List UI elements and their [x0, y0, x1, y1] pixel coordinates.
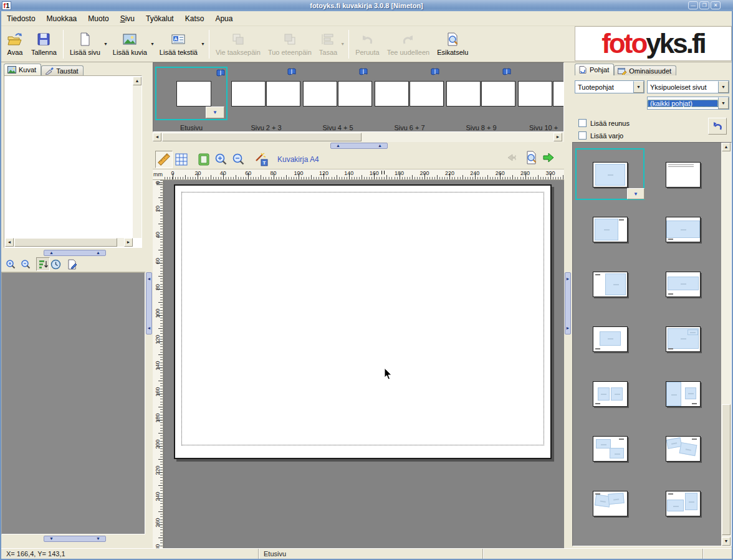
menu-tiedosto[interactable]: Tiedosto — [1, 12, 41, 25]
template-source-select[interactable]: Tuotepohjat ▼ — [575, 80, 644, 93]
image-list-vscrollbar[interactable]: ▲ — [133, 77, 141, 238]
save-button[interactable]: Tallenna — [27, 30, 60, 58]
ruler-toggle-button[interactable] — [155, 151, 173, 168]
v-ruler-tick-140: 140 — [155, 361, 161, 371]
menu-katso[interactable]: Katso — [180, 12, 210, 25]
hscroll-thumb[interactable] — [14, 238, 117, 247]
strip-page-10[interactable]: Sivu 10 + — [518, 63, 564, 132]
tab-kuvat[interactable]: Kuvat — [4, 64, 41, 75]
minimize-button[interactable]: — — [688, 1, 698, 9]
add-border-checkbox[interactable] — [578, 119, 587, 127]
canvas-viewport[interactable] — [163, 180, 564, 548]
add-images-dropdown-arrow[interactable]: ▼ — [149, 42, 156, 46]
add-border-option[interactable]: Lisää reunus — [578, 119, 630, 127]
template-thumbnail-3[interactable] — [593, 217, 628, 242]
wizard-button[interactable]: T — [252, 151, 270, 168]
template-thumbnail-12[interactable] — [666, 436, 701, 462]
book-page[interactable] — [174, 184, 552, 459]
left-panel-splitter-top[interactable]: ▲▲ — [44, 250, 106, 256]
tab-ominaisuudet[interactable]: Ominaisuudet — [614, 65, 676, 75]
page-type-select[interactable]: Yksipuoleiset sivut ▼ — [647, 80, 729, 93]
history-button[interactable] — [49, 257, 62, 271]
grid-toggle-button[interactable] — [173, 151, 190, 168]
left-collapse-handle[interactable]: ◄◄ — [146, 272, 152, 335]
template-thumbnail-14[interactable] — [666, 491, 701, 516]
thumb-zoom-out-button[interactable] — [19, 257, 32, 271]
strip-template-dropdown[interactable]: ▼ — [206, 107, 224, 118]
chevron-down-icon[interactable]: ▼ — [633, 81, 644, 93]
scroll-up-arrow[interactable]: ▲ — [722, 143, 731, 151]
next-page-arrow-button[interactable] — [542, 151, 555, 164]
image-list-hscrollbar[interactable]: ◄ ► — [5, 238, 133, 247]
template-scroll-thumb[interactable] — [722, 404, 731, 535]
strip-page-etusivu[interactable]: ▼ Etusivu — [155, 63, 228, 132]
strip-page-label: Sivu 10 + — [518, 124, 564, 131]
zoom-out-button[interactable] — [230, 151, 247, 168]
thumb-zoom-in-button[interactable] — [4, 257, 17, 271]
template-thumbnail-5[interactable] — [593, 272, 628, 297]
menu-työkalut[interactable]: Työkalut — [140, 12, 180, 25]
menu-bar: TiedostoMuokkaaMuotoSivuTyökalutKatsoApu… — [1, 11, 732, 26]
tab-pohjat[interactable]: Pohjat — [575, 64, 614, 75]
v-ruler-tick-120: 120 — [155, 335, 161, 344]
add-text-button[interactable]: A Lisää tekstiä — [156, 30, 201, 58]
add-text-dropdown-arrow[interactable]: ▼ — [199, 42, 206, 46]
template-thumbnail-7[interactable] — [593, 326, 628, 352]
strip-page-6-7[interactable]: Sivu 6 + 7 — [375, 63, 444, 132]
menu-muokkaa[interactable]: Muokkaa — [41, 12, 83, 25]
strip-scroll-thumb[interactable] — [162, 133, 362, 141]
tab-taustat[interactable]: Taustat — [41, 65, 83, 75]
scroll-left-arrow[interactable]: ◄ — [153, 133, 161, 141]
add-page-dropdown-arrow[interactable]: ▼ — [102, 42, 109, 46]
scroll-down-arrow[interactable]: ▼ — [722, 537, 731, 546]
strip-page-2-3[interactable]: Sivu 2 + 3 — [231, 63, 301, 132]
scroll-left-arrow[interactable]: ◄ — [5, 238, 14, 247]
application-window: f1 fotoyks.fi kuvakirja 3.0.8 [Nimeton] … — [0, 0, 733, 560]
align-dropdown-arrow: ▼ — [339, 42, 346, 46]
template-thumbnail-9[interactable] — [593, 381, 628, 407]
scroll-right-arrow[interactable]: ► — [553, 133, 562, 141]
template-thumbnail-11[interactable] — [593, 436, 628, 462]
menu-sivu[interactable]: Sivu — [115, 12, 140, 25]
add-images-button[interactable]: Lisää kuvia — [109, 30, 151, 58]
zoom-in-button[interactable] — [213, 151, 230, 168]
template-photo-box — [611, 387, 623, 400]
chevron-down-icon[interactable]: ▼ — [718, 81, 729, 93]
menu-apua[interactable]: Apua — [209, 12, 238, 25]
sort-button[interactable] — [36, 257, 50, 271]
image-list[interactable] — [4, 75, 142, 248]
scroll-up-arrow[interactable]: ▲ — [133, 77, 141, 85]
template-scrollbar[interactable]: ▲ ▼ — [721, 143, 731, 546]
add-page-button[interactable]: Lisää sivu — [66, 30, 104, 58]
template-filter-select[interactable]: (kaikki pohjat) ▼ — [647, 97, 729, 110]
template-thumbnail-4[interactable] — [666, 217, 701, 242]
reset-template-button[interactable] — [708, 118, 727, 135]
close-button[interactable]: ✕ — [711, 1, 721, 9]
page-thumbnail — [446, 81, 481, 107]
open-label: Avaa — [7, 49, 23, 56]
strip-scrollbar[interactable]: ◄ ► — [153, 132, 564, 142]
template-thumbnail-6[interactable] — [666, 272, 701, 297]
fit-page-button[interactable] — [195, 151, 213, 168]
edit-page-button[interactable] — [65, 257, 79, 271]
preview-button[interactable]: Esikatselu — [433, 30, 472, 58]
chevron-down-icon[interactable]: ▼ — [718, 97, 729, 109]
template-thumbnail-8[interactable] — [666, 326, 701, 352]
template-thumbnail-10[interactable] — [666, 381, 701, 407]
page-preview-button[interactable] — [524, 151, 538, 164]
menu-muoto[interactable]: Muoto — [82, 12, 114, 25]
toolbar-separator — [209, 30, 209, 59]
strip-page-8-9[interactable]: Sivu 8 + 9 — [446, 63, 516, 132]
template-options-dropdown[interactable]: ▼ — [627, 188, 644, 199]
add-shadow-checkbox[interactable] — [578, 131, 587, 140]
scroll-right-arrow[interactable]: ► — [124, 238, 133, 247]
add-shadow-option[interactable]: Lisää varjo — [578, 131, 623, 140]
template-thumbnail-2[interactable] — [666, 162, 701, 187]
right-collapse-handle[interactable]: ►► — [565, 272, 571, 335]
strip-collapse-handle[interactable]: ▲▲ — [330, 143, 388, 149]
maximize-button[interactable]: ❐ — [699, 1, 709, 9]
left-panel-splitter-bottom[interactable]: ▼▼ — [44, 536, 106, 542]
strip-page-4-5[interactable]: Sivu 4 + 5 — [303, 63, 373, 132]
template-thumbnail-13[interactable] — [593, 491, 628, 516]
open-button[interactable]: Avaa — [2, 30, 27, 58]
